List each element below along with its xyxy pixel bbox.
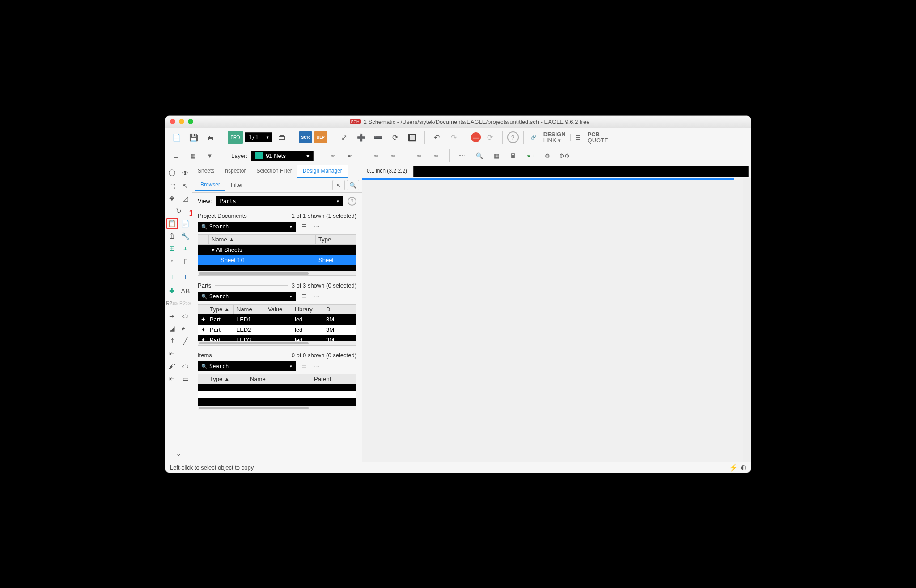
projdocs-search[interactable]: Search <box>198 222 296 232</box>
name-tool[interactable]: R210k <box>166 298 178 309</box>
tag-tool[interactable]: 🏷 <box>180 323 191 334</box>
show-tool[interactable]: 👁 <box>180 168 191 179</box>
grid-icon[interactable]: ▦ <box>186 150 199 161</box>
parts-col-d[interactable]: D <box>323 305 356 314</box>
erc-search-icon[interactable]: 🔍 <box>473 150 486 161</box>
label-tool[interactable]: AB <box>180 285 191 297</box>
items-search[interactable]: Search <box>198 361 296 371</box>
library-button[interactable]: 🗃 <box>274 131 289 144</box>
erc-grid-icon[interactable]: ▦ <box>490 150 503 161</box>
erc-link-icon[interactable]: ⚭+ <box>524 150 537 161</box>
parts-more-icon[interactable]: ⋯ <box>312 292 321 301</box>
ulp-button[interactable]: ULP <box>314 131 327 143</box>
marquee-tool[interactable]: ⬚ <box>166 180 178 192</box>
wrench-tool[interactable]: 🔧 <box>180 230 191 242</box>
parts-col-lib[interactable]: Library <box>292 305 323 314</box>
zoom-select-button[interactable]: 🔲 <box>405 131 420 144</box>
view-mode-3[interactable]: ▫▫ <box>369 150 383 161</box>
junction-tool[interactable]: ✚ <box>166 285 178 297</box>
help-button[interactable]: ? <box>507 131 519 143</box>
open-button[interactable]: 📄 <box>169 131 184 144</box>
go-button[interactable]: ⟳ <box>483 131 498 144</box>
view-mode-4[interactable]: ▫▫ <box>386 150 400 161</box>
mirror-tool[interactable]: ◿ <box>180 193 191 204</box>
tab-inspector[interactable]: nspector <box>220 165 251 178</box>
parts-scroll[interactable] <box>198 341 356 346</box>
items-more-icon[interactable]: ⋯ <box>312 362 321 371</box>
maximize-window-icon[interactable] <box>188 119 193 124</box>
projdocs-allsheets-row[interactable]: ▾ All Sheets <box>198 245 356 255</box>
copy-tool[interactable]: 📋 <box>166 218 178 229</box>
add-tool[interactable]: + <box>180 243 191 254</box>
net-tool[interactable]: ┘ <box>166 273 178 284</box>
replace-tool[interactable]: ▫ <box>166 255 178 267</box>
zoom-fit-button[interactable]: ⤢ <box>337 131 352 144</box>
view-mode-1[interactable]: ▫▫ <box>327 150 340 161</box>
projdocs-scroll[interactable] <box>198 271 356 276</box>
rotate-tool[interactable]: ↻ <box>173 205 185 217</box>
tab-sheets[interactable]: Sheets <box>192 165 220 178</box>
projdocs-list-icon[interactable]: ☰ <box>300 222 309 231</box>
parts-col-name[interactable]: Name <box>234 305 265 314</box>
view-mode-2[interactable]: ▪▫ <box>344 150 357 161</box>
miter-tool[interactable]: ⬭ <box>180 310 191 322</box>
value-tool[interactable]: R210k <box>180 298 191 309</box>
subtab-browser[interactable]: Browser <box>195 179 225 191</box>
dimension-tool[interactable]: ⇤ <box>166 348 178 360</box>
parts-search[interactable]: Search <box>198 292 296 301</box>
collapse-palette[interactable]: ⌄ <box>173 448 185 459</box>
parts-row[interactable]: ✦PartLED3led3M <box>198 335 356 341</box>
scr-button[interactable]: SCR <box>299 131 312 143</box>
parts-row[interactable]: ✦PartLED2led3M <box>198 325 356 335</box>
parts-col-value[interactable]: Value <box>265 305 292 314</box>
items-list-icon[interactable]: ☰ <box>300 362 309 371</box>
design-link-label[interactable]: DESIGNLINK ▾ <box>541 131 568 144</box>
tab-selection-filter[interactable]: Selection Filter <box>251 165 297 178</box>
undo-button[interactable]: ↶ <box>429 131 445 144</box>
projdocs-sheet1-row[interactable]: Sheet 1/1Sheet <box>198 255 356 265</box>
move-tool[interactable]: ✥ <box>166 193 178 204</box>
items-col-type[interactable]: Type ▲ <box>207 374 247 384</box>
zoom-out-button[interactable]: ➖ <box>371 131 386 144</box>
view-mode-6[interactable]: ▫▫ <box>429 150 443 161</box>
zoom-in-button[interactable]: ➕ <box>354 131 369 144</box>
layer-dropdown[interactable]: 91 Nets ▾ <box>251 151 314 161</box>
items-col-name[interactable]: Name <box>247 374 311 384</box>
save-button[interactable]: 💾 <box>186 131 201 144</box>
add-part-tool[interactable]: ⊞ <box>166 243 178 254</box>
schematic-canvas[interactable]: LED1 + 2 LED2 + <box>362 178 734 180</box>
status-lightning-icon[interactable]: ⚡ <box>729 463 738 472</box>
status-clock-icon[interactable]: ◐ <box>741 464 746 471</box>
view-mode-5[interactable]: ▫▫ <box>412 150 426 161</box>
sheet-dropdown[interactable]: 1/1 <box>245 132 272 142</box>
smash-tool[interactable]: ⇥ <box>166 310 178 322</box>
view-help-button[interactable]: ? <box>348 197 356 206</box>
command-input[interactable] <box>413 166 749 177</box>
paint-tool[interactable]: 🖌 <box>166 360 178 372</box>
zoom-mode-button[interactable]: 🔍 <box>347 180 359 190</box>
bus-tool[interactable]: ┘ <box>180 273 191 284</box>
pcb-quote-label[interactable]: PCBQUOTE <box>585 131 611 144</box>
split-tool[interactable]: ⤴ <box>166 335 178 347</box>
view-dropdown[interactable]: Parts <box>216 196 343 206</box>
pointer-mode-button[interactable]: ↖ <box>332 180 345 190</box>
items-scroll[interactable] <box>198 406 356 410</box>
stop-button[interactable]: — <box>471 132 481 142</box>
subtab-filter[interactable]: Filter <box>225 179 248 191</box>
info-tool[interactable]: ⓘ <box>166 168 178 179</box>
zoom-redraw-button[interactable]: ⟳ <box>388 131 403 144</box>
parts-list-icon[interactable]: ☰ <box>300 292 309 301</box>
layers-icon[interactable]: ≣ <box>169 150 182 161</box>
minimize-window-icon[interactable] <box>179 119 184 124</box>
canvas-v-scrollbar[interactable] <box>743 178 750 462</box>
line-tool[interactable]: ╱ <box>180 335 191 347</box>
board-button[interactable]: BRD <box>228 131 243 144</box>
select-tool[interactable]: ↖ <box>180 180 191 192</box>
pcb-quote-button[interactable]: ☰ <box>570 134 583 141</box>
parts-col-type[interactable]: Type ▲ <box>207 305 234 314</box>
erc-wave-icon[interactable]: 〰 <box>456 150 469 161</box>
filter-icon[interactable]: ▼ <box>203 150 216 161</box>
circle-tool[interactable]: ⬭ <box>180 360 191 372</box>
erc-gear1-icon[interactable]: ⚙ <box>541 150 554 161</box>
delete-tool[interactable]: 🗑 <box>166 230 178 242</box>
